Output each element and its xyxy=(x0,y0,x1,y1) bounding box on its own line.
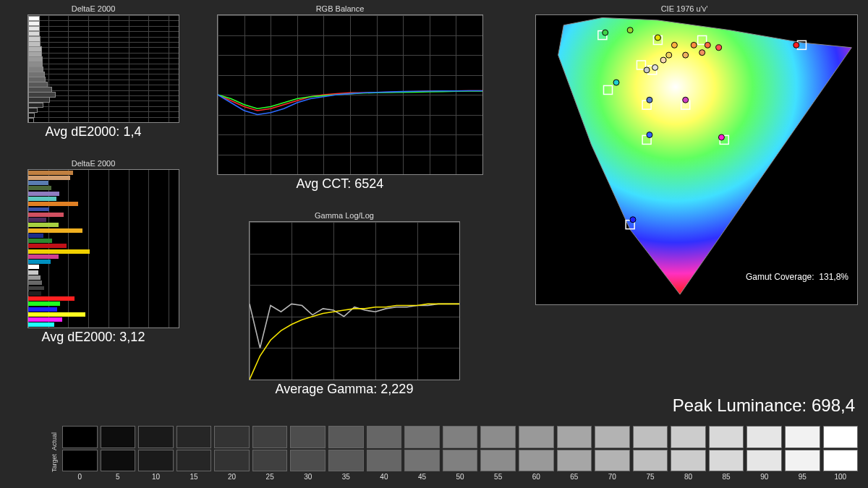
deltae-gray-plot: 0246810121405101520253035404550556065707… xyxy=(27,14,179,123)
deltae-gray-summary: Avg dE2000: 1,4 xyxy=(7,124,179,140)
svg-point-12 xyxy=(603,30,608,35)
svg-point-18 xyxy=(716,45,722,51)
svg-point-16 xyxy=(691,42,697,48)
svg-point-29 xyxy=(699,50,705,56)
svg-point-28 xyxy=(683,52,689,58)
rgb-balance-title: RGB Balance xyxy=(197,4,483,13)
svg-point-22 xyxy=(647,97,652,103)
rgb-balance-summary: Avg CCT: 6524 xyxy=(197,176,483,192)
gamma-title: Gamma Log/Log xyxy=(229,211,460,220)
ramp-row-actual: Actual xyxy=(51,432,58,450)
svg-point-27 xyxy=(666,52,672,58)
deltae-gray-title: DeltaE 2000 xyxy=(7,4,179,13)
svg-point-13 xyxy=(627,27,633,33)
svg-point-19 xyxy=(793,42,799,48)
svg-point-30 xyxy=(660,57,666,63)
grayscale-ramp: 0510152025303540455055606570758085909510… xyxy=(62,426,858,481)
svg-point-24 xyxy=(647,132,652,138)
gamma-plot: 0204060801001,822,22,42,62,8 xyxy=(249,221,460,380)
svg-point-17 xyxy=(705,42,710,48)
deltae-gray-panel: DeltaE 2000 0246810121405101520253035404… xyxy=(7,3,179,140)
svg-point-21 xyxy=(613,80,619,85)
deltae-color-panel: DeltaE 2000 02468101214 Avg dE2000: 3,12 xyxy=(7,158,179,345)
svg-point-23 xyxy=(683,97,689,103)
deltae-color-summary: Avg dE2000: 3,12 xyxy=(7,330,179,345)
svg-point-31 xyxy=(652,64,658,70)
deltae-color-plot: 02468101214 xyxy=(27,169,179,328)
rgb-balance-plot: 0102030405060708090100-40-30-20-10010203… xyxy=(217,14,483,175)
svg-point-20 xyxy=(644,67,650,73)
calibration-report: DeltaE 2000 0246810121405101520253035404… xyxy=(0,0,868,488)
svg-point-25 xyxy=(718,134,724,140)
cie-panel: CIE 1976 u'v' Gamut Coverage: 131,8% 00,… xyxy=(511,3,858,305)
svg-point-26 xyxy=(630,217,636,223)
rgb-balance-panel: RGB Balance 0102030405060708090100-40-30… xyxy=(197,3,483,192)
svg-point-15 xyxy=(671,42,677,48)
ramp-row-target: Target xyxy=(51,454,58,472)
cie-plot: Gamut Coverage: 131,8% 00,050,10,150,20,… xyxy=(535,14,858,305)
gamut-coverage-label: Gamut Coverage: 131,8% xyxy=(743,271,851,283)
svg-point-14 xyxy=(655,35,660,40)
gamma-panel: Gamma Log/Log 0204060801001,822,22,42,62… xyxy=(229,210,460,397)
deltae-color-title: DeltaE 2000 xyxy=(7,159,179,168)
peak-luminance: Peak Luminance: 698,4 xyxy=(673,395,855,416)
cie-title: CIE 1976 u'v' xyxy=(511,4,858,13)
gamma-summary: Average Gamma: 2,229 xyxy=(229,382,460,397)
